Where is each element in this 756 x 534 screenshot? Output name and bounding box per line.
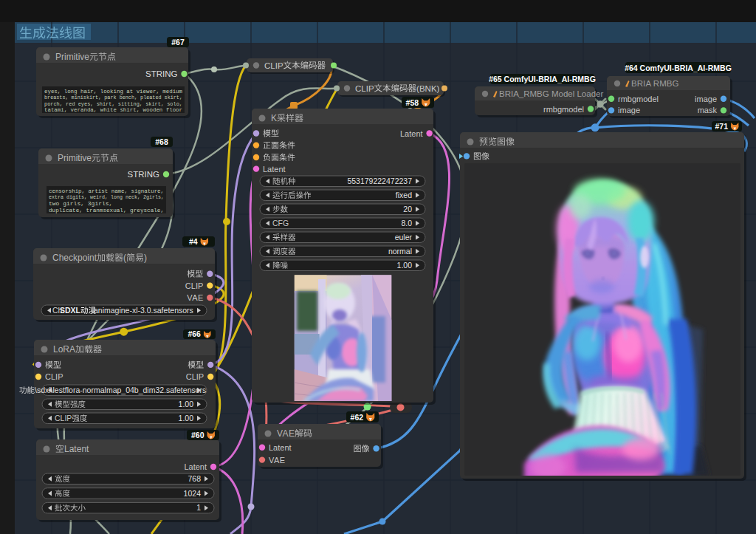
svg-text:BRIA RMBG: BRIA RMBG <box>631 79 679 88</box>
svg-text:censorship, artist name, signa: censorship, artist name, signature, <box>49 188 164 194</box>
svg-text:VAE: VAE <box>269 456 285 465</box>
svg-text:#4: #4 <box>189 237 198 246</box>
svg-text:553179222472237: 553179222472237 <box>347 177 412 185</box>
svg-text:#66: #66 <box>188 329 201 338</box>
svg-text:animagine-xl-3.0.safetensors: animagine-xl-3.0.safetensors <box>94 306 193 315</box>
svg-text:CLIP: CLIP <box>185 281 203 290</box>
svg-text:CLIP: CLIP <box>355 84 374 93</box>
svg-text:Primitive: Primitive <box>58 153 92 163</box>
svg-text:): ) <box>144 253 147 263</box>
svg-text:Latent: Latent <box>400 129 423 138</box>
svg-text:K: K <box>271 113 277 123</box>
svg-text:extra digits, weird, long neck: extra digits, weird, long neck, 2girls, <box>49 194 164 200</box>
svg-text:SDXL: SDXL <box>60 306 81 315</box>
svg-text:1.00: 1.00 <box>179 414 194 422</box>
svg-text:(BNK): (BNK) <box>416 84 439 93</box>
svg-text:CFG: CFG <box>272 219 289 227</box>
svg-text:CLIP: CLIP <box>264 61 284 70</box>
svg-text:1024: 1024 <box>184 489 202 498</box>
svg-text:Checkpoint: Checkpoint <box>52 253 97 263</box>
svg-text:STRING: STRING <box>145 69 177 78</box>
svg-text:BRIA_RMBG Model Loader: BRIA_RMBG Model Loader <box>499 89 603 98</box>
svg-text:#60: #60 <box>191 431 205 439</box>
svg-text:#62: #62 <box>351 413 364 422</box>
svg-text:1.00: 1.00 <box>179 400 194 408</box>
svg-text:1: 1 <box>196 503 201 512</box>
svg-text:Primitive: Primitive <box>55 52 89 62</box>
svg-text:8.0: 8.0 <box>401 219 412 227</box>
svg-text:#67: #67 <box>171 38 185 47</box>
svg-text:two girls, 3girls,: two girls, 3girls, <box>49 200 112 207</box>
svg-text:image: image <box>695 95 717 103</box>
svg-text:1.00: 1.00 <box>397 261 413 270</box>
svg-text:normal: normal <box>388 247 412 256</box>
svg-text:rmbgmodel: rmbgmodel <box>618 95 659 103</box>
svg-text:rmbgmodel: rmbgmodel <box>543 105 584 114</box>
svg-text:Latent: Latent <box>184 462 207 471</box>
svg-text:CLIP: CLIP <box>55 414 72 422</box>
svg-text:mask: mask <box>698 106 718 114</box>
svg-text:VAE: VAE <box>187 293 203 302</box>
svg-text:#68: #68 <box>155 137 168 146</box>
svg-text:tatami, veranda, white shirt,: tatami, veranda, white shirt, wooden flo… <box>44 106 182 113</box>
svg-text:20: 20 <box>403 205 412 213</box>
svg-text:euler: euler <box>395 233 413 242</box>
svg-text:duplicate, tranmsexual, greysc: duplicate, tranmsexual, greyscale, <box>49 207 164 213</box>
svg-text:CLIP: CLIP <box>186 372 205 381</box>
svg-text:#71: #71 <box>715 122 729 131</box>
svg-text:image: image <box>618 106 640 114</box>
svg-text:(: ( <box>123 253 126 263</box>
svg-text:Latent: Latent <box>64 444 89 454</box>
svg-text:STRING: STRING <box>128 170 159 179</box>
svg-text:#65 ComfyUI-BRIA_AI-RMBG: #65 ComfyUI-BRIA_AI-RMBG <box>489 75 596 83</box>
svg-text:VAE: VAE <box>277 428 295 439</box>
svg-text:CLIP: CLIP <box>45 372 63 381</box>
svg-text:\sdxl\lestflora-normalmap_04b_: \sdxl\lestflora-normalmap_04b_dim32.safe… <box>35 386 206 394</box>
svg-text:LoRA: LoRA <box>53 344 75 355</box>
svg-text:#58: #58 <box>406 98 419 107</box>
svg-text:768: 768 <box>188 474 202 483</box>
svg-text:Latent: Latent <box>269 443 292 452</box>
svg-text:fixed: fixed <box>396 191 412 199</box>
svg-text:Latent: Latent <box>263 165 286 174</box>
svg-text:#64 ComfyUI-BRIA_AI-RMBG: #64 ComfyUI-BRIA_AI-RMBG <box>625 64 732 72</box>
